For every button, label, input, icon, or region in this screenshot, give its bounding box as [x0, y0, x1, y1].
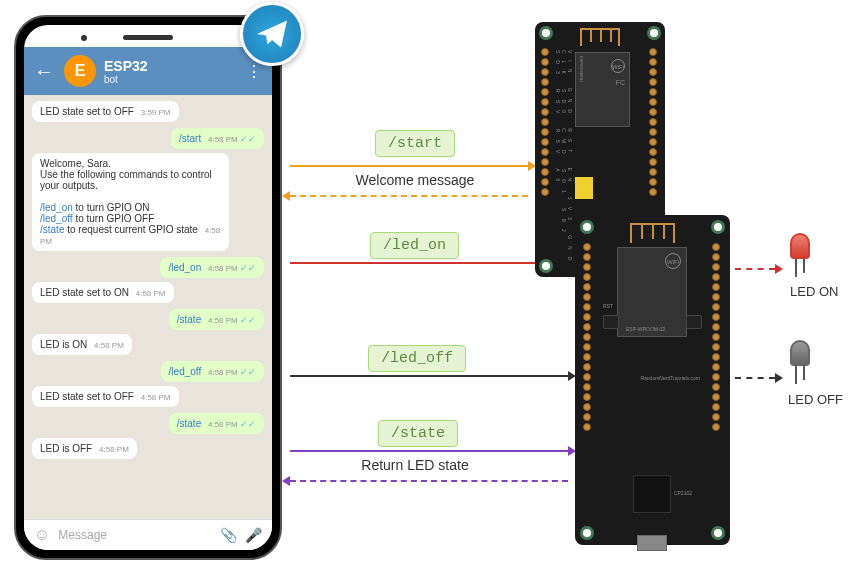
incoming-message[interactable]: LED state set to ON 4:58 PM — [32, 282, 174, 303]
cmd-label-start: /start — [375, 130, 455, 157]
back-arrow-icon[interactable]: ← — [34, 60, 54, 83]
led-red-icon — [790, 233, 810, 259]
flow-arrow — [290, 450, 568, 452]
outgoing-message[interactable]: /led_off 4:58 PM ✓✓ — [161, 361, 264, 382]
cmd-label-led-on: /led_on — [370, 232, 459, 259]
esp32-chip: WiFi ESP-WROOM-32 — [617, 247, 687, 337]
chat-input-bar: ☺ Message 📎 🎤 — [24, 519, 272, 550]
telegram-logo-icon — [240, 2, 304, 66]
menu-dots-icon[interactable]: ⋮ — [246, 62, 262, 81]
incoming-message[interactable]: LED state set to OFF 3:59 PM — [32, 101, 179, 122]
flow-arrow — [290, 480, 568, 482]
chat-header: ← E ESP32 bot ⋮ — [24, 47, 272, 95]
esp-chip: ESP8266MOD WiFi FC — [575, 52, 630, 127]
wifi-icon: WiFi — [665, 253, 681, 269]
flow-arrow — [290, 195, 528, 197]
component — [575, 177, 593, 199]
header-text: ESP32 bot — [104, 58, 246, 85]
antenna-icon — [630, 223, 675, 243]
led-gray-icon — [790, 340, 810, 366]
header-title: ESP32 — [104, 58, 246, 74]
pin-strip-right — [712, 243, 722, 431]
arrow-led-on — [735, 268, 775, 270]
arrow-led-off — [735, 377, 775, 379]
led-off-label: LED OFF — [788, 392, 843, 407]
esp32-board: WiFi ESP-WROOM-32 RST CP2102 RandomNerdT… — [575, 215, 730, 545]
phone-screen: ← E ESP32 bot ⋮ LED state set to OFF 3:5… — [24, 25, 272, 550]
emoji-icon[interactable]: ☺ — [34, 526, 50, 544]
outgoing-message[interactable]: /start 4:58 PM ✓✓ — [171, 128, 264, 149]
phone-camera — [81, 35, 87, 41]
incoming-message[interactable]: Welcome, Sara.Use the following commands… — [32, 153, 229, 251]
usb-port — [637, 535, 667, 551]
incoming-message[interactable]: LED is ON 4:58 PM — [32, 334, 132, 355]
outgoing-message[interactable]: /state 4:58 PM ✓✓ — [169, 309, 264, 330]
pin-strip-left — [541, 48, 551, 196]
flow-arrow — [290, 375, 568, 377]
return-label-welcome: Welcome message — [340, 172, 490, 188]
pin-strip-right — [649, 48, 659, 196]
chat-body[interactable]: LED state set to OFF 3:59 PM/start 4:58 … — [24, 95, 272, 519]
flow-arrow — [290, 262, 568, 264]
usb-chip: CP2102 — [633, 475, 671, 513]
message-input[interactable]: Message — [58, 528, 220, 542]
outgoing-message[interactable]: /state 4:58 PM ✓✓ — [169, 413, 264, 434]
mic-icon[interactable]: 🎤 — [245, 527, 262, 543]
incoming-message[interactable]: LED state set to OFF 4:58 PM — [32, 386, 179, 407]
header-subtitle: bot — [104, 74, 246, 85]
phone-mockup: ← E ESP32 bot ⋮ LED state set to OFF 3:5… — [14, 15, 282, 560]
reset-button[interactable] — [603, 315, 619, 329]
incoming-message[interactable]: LED is OFF 4:58 PM — [32, 438, 137, 459]
cmd-label-led-off: /led_off — [368, 345, 466, 372]
avatar[interactable]: E — [64, 55, 96, 87]
antenna-icon — [580, 28, 620, 46]
boot-button[interactable] — [686, 315, 702, 329]
phone-speaker — [123, 35, 173, 40]
cmd-label-state: /state — [378, 420, 458, 447]
led-on-label: LED ON — [790, 284, 838, 299]
attachment-icon[interactable]: 📎 — [220, 527, 237, 543]
outgoing-message[interactable]: /led_on 4:58 PM ✓✓ — [160, 257, 264, 278]
return-label-state: Return LED state — [345, 457, 485, 473]
pin-strip-left — [583, 243, 593, 431]
flow-arrow — [290, 165, 528, 167]
